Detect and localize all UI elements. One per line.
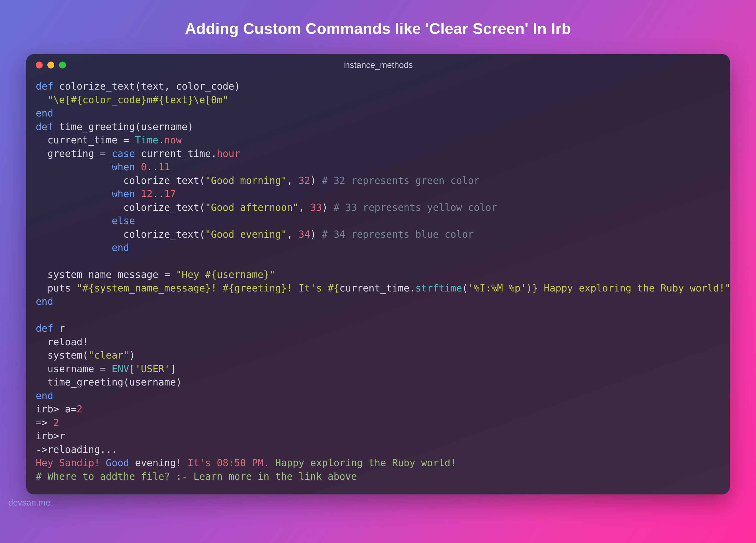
code-text: username = xyxy=(36,363,112,374)
method-call: hour xyxy=(217,148,240,159)
window-titlebar: instance_methods xyxy=(26,54,730,71)
code-text xyxy=(135,188,141,199)
code-text: ) xyxy=(322,202,334,213)
code-text: .. xyxy=(152,188,164,199)
output-tail: Happy exploring the Ruby world! xyxy=(269,457,456,468)
irb-prompt: irb> a= xyxy=(36,404,77,415)
code-text: ) xyxy=(129,350,135,361)
footer-credit: devsan.me xyxy=(8,498,50,508)
code-block: def colorize_text(text, color_code) "\e[… xyxy=(26,71,730,494)
comment: # 32 represents green color xyxy=(322,175,480,186)
number: 32 xyxy=(298,175,310,186)
page-title: Adding Custom Commands like 'Clear Scree… xyxy=(185,19,571,37)
kw-end: end xyxy=(112,242,129,253)
code-text: reload! xyxy=(36,337,88,348)
string-literal: "#{system_name_message}! #{greeting}! It… xyxy=(77,283,339,294)
kw-else: else xyxy=(112,215,135,226)
number: 34 xyxy=(298,229,310,240)
code-text: colorize_text(text, color_code) xyxy=(53,81,240,92)
string-literal: "clear" xyxy=(88,350,129,361)
code-text: ] xyxy=(170,363,176,374)
code-text: r xyxy=(53,323,65,334)
code-text: , xyxy=(287,229,298,240)
code-text: puts xyxy=(36,283,77,294)
output-greeting: Hey Sandip! xyxy=(36,457,100,468)
const: ENV xyxy=(112,363,129,374)
number: 12 xyxy=(141,188,152,199)
string-literal: "Hey #{username}" xyxy=(176,269,275,280)
comment: # 34 represents blue color xyxy=(322,229,474,240)
kw-def: def xyxy=(36,81,53,92)
kw-case: case xyxy=(112,148,135,159)
kw-end: end xyxy=(36,390,53,401)
code-text: , xyxy=(298,202,310,213)
code-text: colorize_text( xyxy=(36,229,205,240)
kw-def: def xyxy=(36,121,53,132)
method-call: now xyxy=(164,134,182,146)
code-text: current_time = xyxy=(36,134,135,146)
code-text: [ xyxy=(129,363,135,374)
code-text: ) xyxy=(310,175,322,186)
kw-end: end xyxy=(36,108,53,119)
number: 33 xyxy=(310,202,322,213)
code-text: ( xyxy=(462,283,468,294)
irb-prompt: irb>r xyxy=(36,430,65,442)
number: 0 xyxy=(141,161,147,172)
code-text: , xyxy=(287,175,298,186)
code-text: system_name_message = xyxy=(36,269,176,280)
code-text: colorize_text( xyxy=(36,202,205,213)
kw-when: when xyxy=(112,188,135,199)
comment: # 33 represents yellow color xyxy=(334,202,497,213)
code-text: colorize_text( xyxy=(36,175,205,186)
string-literal: )} Happy exploring the Ruby world!" xyxy=(526,283,730,294)
code-text xyxy=(36,161,112,172)
kw-when: when xyxy=(112,161,135,172)
code-text xyxy=(36,188,112,199)
const: Time xyxy=(135,134,158,146)
kw-def: def xyxy=(36,323,53,334)
method-call: strftime xyxy=(415,283,462,294)
code-text xyxy=(135,161,141,172)
number: 2 xyxy=(53,417,59,428)
code-text: time_greeting(username) xyxy=(36,377,182,388)
code-text xyxy=(36,94,47,105)
code-text: greeting = xyxy=(36,148,112,159)
output-greeting: evening! xyxy=(129,457,188,468)
string-literal: "Good afternoon" xyxy=(205,202,298,213)
string-literal: "Good evening" xyxy=(205,229,287,240)
code-text xyxy=(36,242,112,253)
code-window: instance_methods def colorize_text(text,… xyxy=(26,54,730,494)
output-greeting: Good xyxy=(100,457,129,468)
code-text xyxy=(36,215,112,226)
irb-output: ->reloading... xyxy=(36,444,118,455)
code-text: .. xyxy=(147,161,158,172)
code-text: current_time. xyxy=(135,148,217,159)
number: 11 xyxy=(159,161,170,172)
output-time: It's 08:50 PM. xyxy=(188,457,269,468)
code-text: . xyxy=(159,134,164,146)
code-text: ) xyxy=(310,229,322,240)
window-title: instance_methods xyxy=(26,60,730,70)
string-literal: "Good morning" xyxy=(205,175,287,186)
number: 17 xyxy=(164,188,176,199)
code-text: system( xyxy=(36,350,88,361)
string-literal: 'USER' xyxy=(135,363,170,374)
number: 2 xyxy=(77,404,83,415)
comment-footer: # Where to addthe file? :- Learn more in… xyxy=(36,471,357,482)
irb-result: => xyxy=(36,417,53,428)
string-literal: "\e[#{color_code}m#{text}\e[0m" xyxy=(47,94,228,105)
string-literal: '%I:%M %p' xyxy=(468,283,526,294)
code-text: current_time. xyxy=(339,283,415,294)
kw-end: end xyxy=(36,296,53,307)
code-text: time_greeting(username) xyxy=(53,121,193,132)
